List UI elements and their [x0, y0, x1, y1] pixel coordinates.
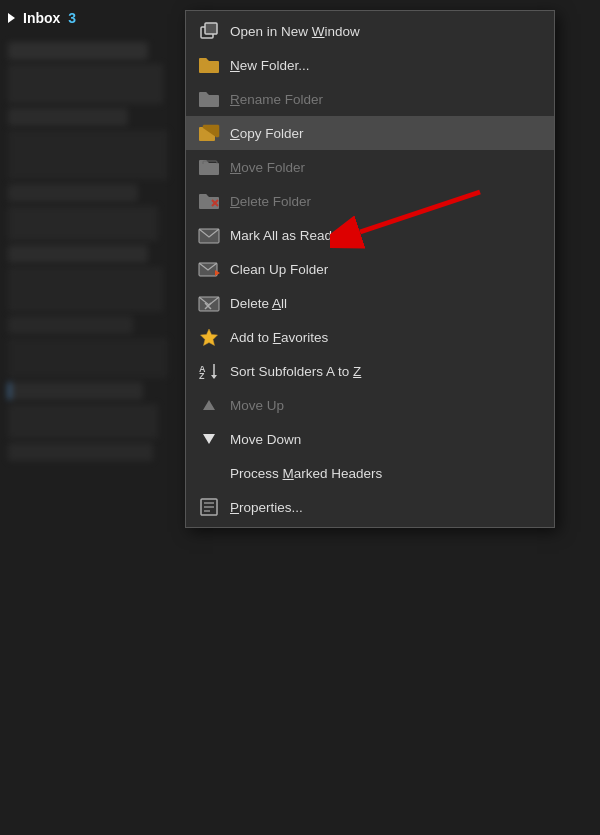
- sidebar-header: Inbox 3: [0, 0, 185, 36]
- star-icon: [198, 326, 220, 348]
- inbox-count: 3: [68, 10, 76, 26]
- menu-label: Copy Folder: [230, 126, 304, 141]
- list-item: [8, 443, 153, 461]
- menu-item-process-marked-headers[interactable]: Process Marked Headers: [186, 456, 554, 490]
- sidebar-title: Inbox: [23, 10, 60, 26]
- list-item: [8, 404, 158, 439]
- menu-item-copy-folder[interactable]: Copy Folder: [186, 116, 554, 150]
- menu-label: Delete Folder: [230, 194, 311, 209]
- folder-copy-icon: [198, 122, 220, 144]
- context-menu: Open in New Window New Folder... Rename …: [185, 10, 555, 528]
- svg-rect-1: [205, 23, 217, 34]
- expand-icon: [8, 13, 15, 23]
- sidebar: Inbox 3: [0, 0, 185, 835]
- menu-item-move-down[interactable]: Move Down: [186, 422, 554, 456]
- menu-item-delete-all[interactable]: Delete All: [186, 286, 554, 320]
- sidebar-items: [0, 36, 185, 467]
- menu-item-rename-folder[interactable]: Rename Folder: [186, 82, 554, 116]
- menu-item-delete-folder[interactable]: Delete Folder: [186, 184, 554, 218]
- envelope-arrow-icon: [198, 258, 220, 280]
- folder-delete-icon: [198, 190, 220, 212]
- menu-label: Move Folder: [230, 160, 305, 175]
- menu-label: Clean Up Folder: [230, 262, 328, 277]
- folder-rename-icon: [198, 88, 220, 110]
- envelope-x-icon: [198, 292, 220, 314]
- list-item: [8, 42, 148, 60]
- list-item: [8, 130, 168, 180]
- list-item: [8, 382, 143, 400]
- svg-marker-15: [203, 400, 215, 410]
- menu-item-clean-up-folder[interactable]: Clean Up Folder: [186, 252, 554, 286]
- svg-marker-10: [201, 329, 218, 346]
- list-item: [8, 338, 168, 378]
- triangle-up-icon: [198, 394, 220, 416]
- list-item: [8, 64, 163, 104]
- menu-item-move-up[interactable]: Move Up: [186, 388, 554, 422]
- svg-text:Z: Z: [199, 371, 205, 380]
- envelope-read-icon: [198, 224, 220, 246]
- list-item: [8, 316, 133, 334]
- menu-label: Rename Folder: [230, 92, 323, 107]
- list-item: [8, 245, 148, 263]
- svg-marker-16: [203, 434, 215, 444]
- triangle-down-icon: [198, 428, 220, 450]
- folder-move-icon: [198, 156, 220, 178]
- menu-label: Open in New Window: [230, 24, 360, 39]
- properties-icon: [198, 496, 220, 518]
- menu-item-new-folder[interactable]: New Folder...: [186, 48, 554, 82]
- menu-item-properties[interactable]: Properties...: [186, 490, 554, 524]
- menu-item-sort-subfolders[interactable]: A Z Sort Subfolders A to Z: [186, 354, 554, 388]
- menu-label: Sort Subfolders A to Z: [230, 364, 361, 379]
- list-item: [8, 184, 138, 202]
- menu-label: Mark All as Read: [230, 228, 332, 243]
- svg-marker-14: [211, 375, 217, 379]
- menu-label: Delete All: [230, 296, 287, 311]
- folder-new-icon: [198, 54, 220, 76]
- menu-item-mark-all-read[interactable]: Mark All as Read: [186, 218, 554, 252]
- az-sort-icon: A Z: [198, 360, 220, 382]
- menu-label: Move Down: [230, 432, 301, 447]
- menu-item-add-favorites[interactable]: Add to Favorites: [186, 320, 554, 354]
- list-item: [8, 267, 163, 312]
- menu-label: Process Marked Headers: [230, 466, 382, 481]
- list-item: [8, 206, 158, 241]
- menu-label: Add to Favorites: [230, 330, 328, 345]
- menu-item-open-new-window[interactable]: Open in New Window: [186, 14, 554, 48]
- menu-label: Move Up: [230, 398, 284, 413]
- new-window-icon: [198, 20, 220, 42]
- menu-label: New Folder...: [230, 58, 310, 73]
- list-item: [8, 108, 128, 126]
- menu-label: Properties...: [230, 500, 303, 515]
- menu-item-move-folder[interactable]: Move Folder: [186, 150, 554, 184]
